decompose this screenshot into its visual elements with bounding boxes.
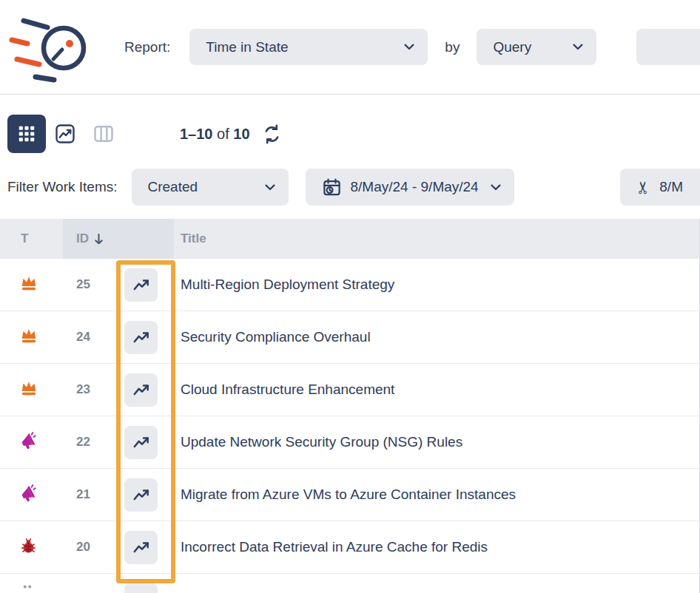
filter-field-select[interactable]: Created: [132, 169, 289, 206]
feature-icon: [19, 432, 38, 453]
row-title: Update Network Security Group (NSG) Rule…: [174, 434, 699, 450]
clipped-select[interactable]: [636, 29, 700, 65]
open-chart-button[interactable]: [124, 478, 158, 512]
table-row[interactable]: 23 Cloud Infrastructure Enhancement: [0, 364, 699, 416]
row-id: 22: [76, 435, 90, 450]
time-in-state-report-page: Report: Time in State by Query: [0, 0, 700, 593]
line-chart-icon: [132, 433, 151, 452]
table-row[interactable]: [0, 574, 699, 593]
type-cell: [0, 416, 63, 468]
table-row[interactable]: 25 Multi-Region Deployment Strategy: [0, 259, 699, 311]
id-cell: [63, 574, 174, 593]
column-header-id[interactable]: ID: [63, 219, 174, 259]
line-chart-icon: [132, 328, 151, 347]
work-items-table: T ID Title 25 Multi-Re: [0, 219, 700, 593]
type-cell: [0, 521, 63, 573]
type-cell: [0, 311, 63, 363]
filter-toolbar: Filter Work Items: Created 8/May/24 - 9/…: [0, 169, 700, 206]
line-chart-icon: [132, 485, 151, 504]
open-chart-button[interactable]: [124, 531, 158, 564]
top-bar: Report: Time in State by Query: [0, 0, 700, 95]
row-id: 20: [76, 540, 90, 555]
row-id: 23: [76, 382, 90, 397]
trim-filter-select[interactable]: ✂ 8/M: [620, 169, 700, 206]
column-header-title: Title: [174, 219, 699, 259]
grid-icon: [16, 123, 37, 144]
id-cell: 22: [63, 416, 174, 468]
chevron-down-icon: [404, 44, 414, 50]
feature-icon: [19, 484, 38, 506]
more-icon: [19, 583, 36, 593]
date-range-select[interactable]: 8/May/24 - 9/May/24: [306, 169, 514, 206]
row-id: 25: [76, 277, 90, 292]
scissors-icon: ✂: [635, 180, 652, 194]
chevron-down-icon: [265, 184, 275, 191]
report-label: Report:: [124, 39, 170, 55]
line-chart-icon: [132, 591, 151, 593]
report-select[interactable]: Time in State: [189, 29, 428, 65]
calendar-clock-icon: [322, 177, 342, 197]
line-chart-icon: [132, 275, 151, 294]
type-cell: [0, 469, 63, 521]
epic-icon: [19, 379, 38, 401]
chevron-down-icon: [491, 184, 501, 191]
view-toolbar: 1–10 of 10: [0, 115, 700, 153]
row-id: 21: [76, 487, 90, 502]
table-header: T ID Title: [0, 219, 699, 259]
epic-icon: [19, 326, 38, 348]
table-row[interactable]: 24 Security Compliance Overhaul: [0, 311, 699, 364]
board-view-button[interactable]: [84, 115, 123, 153]
comet-logo-icon: [7, 10, 95, 85]
row-title: Migrate from Azure VMs to Azure Containe…: [174, 487, 699, 503]
type-cell: [0, 574, 63, 593]
sort-descending-icon: [94, 233, 104, 245]
grid-view-button[interactable]: [7, 115, 46, 153]
group-by-select[interactable]: Query: [477, 29, 596, 65]
filter-label: Filter Work Items:: [7, 179, 118, 195]
refresh-button[interactable]: [262, 124, 282, 144]
table-row[interactable]: 22 Update Network Security Group (NSG) R…: [0, 416, 699, 469]
row-title: Incorrect Data Retrieval in Azure Cache …: [174, 539, 699, 555]
id-cell: 25: [63, 259, 174, 311]
table-row[interactable]: 21 Migrate from Azure VMs to Azure Conta…: [0, 469, 699, 521]
open-chart-button[interactable]: [124, 426, 158, 459]
epic-icon: [19, 274, 38, 296]
line-chart-icon: [132, 380, 151, 399]
row-id: 24: [76, 330, 90, 345]
table-body: 25 Multi-Region Deployment Strategy 24: [0, 259, 699, 593]
type-cell: [0, 259, 63, 311]
type-cell: [0, 364, 63, 416]
id-cell: 21: [63, 469, 174, 521]
result-count: 1–10 of 10: [180, 126, 250, 143]
table-row[interactable]: 20 Incorrect Data Retrieval in Azure Cac…: [0, 521, 699, 574]
line-chart-icon: [132, 538, 151, 557]
board-view-icon: [92, 123, 115, 145]
app-logo: [7, 10, 95, 85]
chart-view-icon: [54, 123, 76, 145]
chart-view-button[interactable]: [46, 115, 84, 153]
id-cell: 23: [63, 364, 174, 416]
open-chart-button[interactable]: [124, 583, 158, 593]
id-cell: 24: [63, 311, 174, 363]
row-title: Multi-Region Deployment Strategy: [174, 277, 699, 293]
bug-icon: [19, 537, 38, 558]
open-chart-button[interactable]: [124, 268, 158, 302]
open-chart-button[interactable]: [124, 321, 158, 354]
id-cell: 20: [63, 521, 174, 573]
column-header-type: T: [0, 219, 63, 259]
row-title: Security Compliance Overhaul: [174, 329, 699, 345]
refresh-icon: [262, 124, 282, 144]
open-chart-button[interactable]: [124, 373, 158, 407]
chevron-down-icon: [573, 44, 583, 50]
by-label: by: [445, 39, 460, 55]
row-title: Cloud Infrastructure Enhancement: [174, 382, 699, 398]
